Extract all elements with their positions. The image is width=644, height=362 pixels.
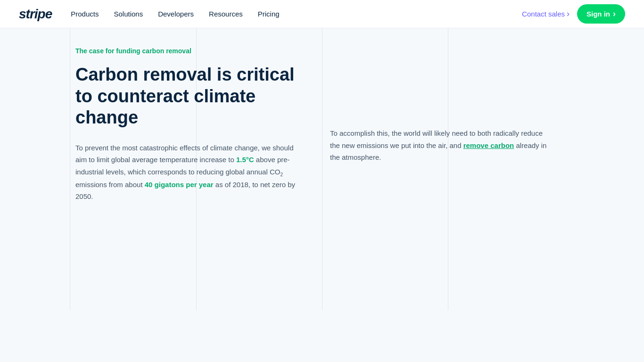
nav-links: Products Solutions Developers Resources … [71, 10, 522, 18]
co2-subscript: 2 [280, 172, 283, 177]
gigatons-highlight: 40 gigatons per year [145, 181, 214, 189]
main-content: The case for funding carbon removal Carb… [0, 28, 644, 222]
nav-products[interactable]: Products [71, 10, 99, 18]
temp-highlight: 1.5°C [236, 156, 254, 164]
stripe-logo[interactable]: stripe [19, 7, 52, 22]
remove-carbon-link[interactable]: remove carbon [463, 141, 514, 149]
left-text-gigatons-intro: emissions from about [75, 181, 145, 189]
main-heading: Carbon removal is critical to counteract… [75, 64, 302, 129]
nav-developers[interactable]: Developers [158, 10, 194, 18]
nav-pricing[interactable]: Pricing [258, 10, 280, 18]
right-column: To accomplish this, the world will likel… [321, 47, 547, 203]
right-body-text: To accomplish this, the world will likel… [330, 127, 547, 164]
sign-in-button[interactable]: Sign in [577, 4, 625, 24]
navbar: stripe Products Solutions Developers Res… [0, 0, 644, 28]
nav-resources[interactable]: Resources [209, 10, 243, 18]
nav-solutions[interactable]: Solutions [114, 10, 143, 18]
left-column: The case for funding carbon removal Carb… [75, 47, 321, 203]
section-label: The case for funding carbon removal [75, 47, 302, 55]
left-body-text: To prevent the most catastrophic effects… [75, 142, 302, 203]
navbar-right: Contact sales Sign in [522, 4, 625, 24]
contact-sales-button[interactable]: Contact sales [522, 9, 570, 19]
